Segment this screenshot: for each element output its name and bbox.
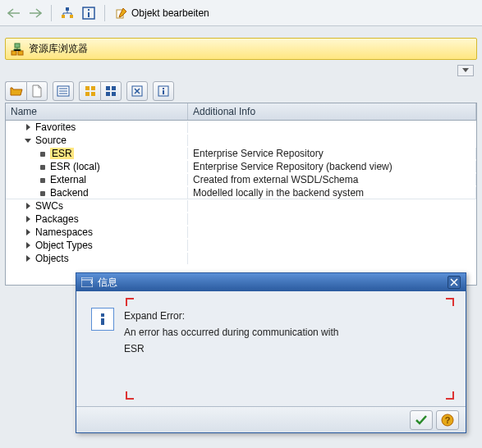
- svg-rect-5: [88, 12, 90, 17]
- tree-node-info: Modelled locally in the backend system: [188, 187, 476, 199]
- corner-marker: [446, 298, 454, 306]
- tree-node-label: Favorites: [35, 121, 76, 133]
- expand-toggle[interactable]: [24, 254, 32, 263]
- expand-toggle[interactable]: [24, 228, 32, 236]
- repository-title-text: 资源库浏览器: [29, 42, 88, 56]
- dropdown-trigger[interactable]: [457, 65, 474, 76]
- info-panel-button[interactable]: [153, 81, 174, 101]
- forward-button[interactable]: [26, 4, 44, 22]
- tree-node-label: External: [50, 174, 86, 185]
- corner-marker: [126, 298, 134, 306]
- tree-row[interactable]: Favorites: [6, 121, 476, 134]
- grid-header: Name Additional Info: [6, 103, 476, 121]
- edit-object-label: Objekt bearbeiten: [131, 7, 209, 19]
- expand-toggle[interactable]: [24, 241, 32, 249]
- svg-rect-18: [106, 86, 110, 90]
- expand-toggle[interactable]: [24, 215, 32, 223]
- bullet-icon: [40, 178, 45, 183]
- tree-node-label: Objects: [35, 253, 69, 264]
- collapse-all-button[interactable]: [100, 81, 122, 101]
- svg-rect-4: [88, 9, 90, 11]
- tree-node-label: Namespaces: [35, 226, 93, 238]
- dialog-close-button[interactable]: [448, 276, 461, 289]
- expand-icon: [85, 85, 96, 97]
- svg-rect-1: [62, 15, 65, 18]
- arrow-left-icon: [7, 8, 21, 18]
- display-button[interactable]: [53, 81, 74, 101]
- tree-row[interactable]: Object Types: [6, 239, 476, 252]
- tree-body[interactable]: FavoritesSourceESREnterprise Service Rep…: [6, 121, 476, 285]
- corner-marker: [126, 391, 134, 400]
- tree-row[interactable]: Objects: [6, 252, 476, 265]
- info-dialog: 信息 Expand Error: An error has occurred d…: [76, 272, 466, 433]
- bullet-icon: [40, 165, 45, 170]
- svg-rect-14: [85, 86, 90, 90]
- dialog-titlebar[interactable]: 信息: [76, 273, 466, 291]
- tree-node-label: Source: [35, 135, 67, 146]
- svg-rect-8: [11, 51, 16, 55]
- svg-rect-17: [91, 92, 95, 96]
- x-box-icon: [131, 85, 143, 97]
- repository-browser-title: 资源库浏览器: [5, 38, 477, 60]
- svg-text:?: ?: [445, 415, 451, 425]
- col-info[interactable]: Additional Info: [188, 103, 476, 120]
- svg-rect-0: [66, 7, 69, 11]
- back-button[interactable]: [5, 4, 23, 22]
- help-icon: ?: [441, 414, 454, 427]
- svg-rect-24: [163, 88, 164, 89]
- tree-row[interactable]: Packages: [6, 213, 476, 226]
- info-icon: [91, 308, 114, 331]
- tree-node-label: SWCs: [35, 200, 63, 212]
- dialog-title-text: 信息: [98, 276, 117, 290]
- tree-row[interactable]: Namespaces: [6, 226, 476, 239]
- col-name[interactable]: Name: [6, 103, 188, 120]
- chevron-down-icon: [462, 68, 469, 73]
- toolbar-separator: [51, 5, 52, 21]
- svg-rect-9: [18, 51, 23, 55]
- tree-node-label: ESR (local): [50, 161, 100, 172]
- new-button[interactable]: [26, 81, 48, 101]
- svg-rect-2: [70, 15, 73, 18]
- bullet-icon: [40, 152, 45, 157]
- hierarchy-icon[interactable]: [58, 4, 76, 22]
- tree-node-label: ESR: [50, 148, 74, 159]
- tree-node-info: Enterprise Service Repository (backend v…: [188, 161, 476, 172]
- dialog-line2: An error has occurred during communicati…: [124, 324, 338, 341]
- bullet-icon: [40, 191, 45, 196]
- help-button[interactable]: ?: [436, 410, 459, 430]
- svg-rect-28: [101, 313, 104, 317]
- dialog-line3: ESR: [124, 341, 338, 357]
- tree-row[interactable]: ESR (local)Enterprise Service Repository…: [6, 160, 476, 173]
- ok-button[interactable]: [410, 410, 433, 430]
- edit-object-button[interactable]: Objekt bearbeiten: [112, 5, 213, 21]
- dialog-body: Expand Error: An error has occurred duri…: [76, 291, 466, 406]
- expand-toggle[interactable]: [24, 202, 32, 210]
- collapse-toggle[interactable]: [24, 136, 32, 144]
- svg-rect-25: [163, 90, 164, 94]
- svg-rect-16: [85, 92, 90, 96]
- svg-rect-19: [112, 86, 116, 90]
- tree-node-info: Created from external WSDL/Schema: [188, 174, 476, 185]
- expand-all-button[interactable]: [79, 81, 100, 101]
- document-icon: [31, 85, 43, 98]
- tree-node-info: Enterprise Service Repository: [188, 148, 476, 159]
- tree-row[interactable]: SWCs: [6, 199, 476, 213]
- tree-node-label: Packages: [35, 213, 79, 225]
- info-icon[interactable]: [80, 4, 98, 22]
- tree-row[interactable]: ExternalCreated from external WSDL/Schem…: [6, 173, 476, 186]
- tree-row[interactable]: Source: [6, 134, 476, 147]
- check-icon: [415, 414, 428, 426]
- svg-rect-20: [106, 92, 110, 96]
- expand-toggle[interactable]: [24, 123, 32, 131]
- svg-rect-7: [15, 43, 20, 48]
- tree-row[interactable]: ESREnterprise Service Repository: [6, 147, 476, 160]
- tree-grid: Name Additional Info FavoritesSourceESRE…: [5, 103, 477, 286]
- open-button[interactable]: [5, 81, 26, 101]
- dialog-message: Expand Error: An error has occurred duri…: [124, 308, 338, 357]
- close-icon: [450, 278, 458, 286]
- tree-row[interactable]: BackendModelled locally in the backend s…: [6, 186, 476, 199]
- close-panel-button[interactable]: [126, 81, 148, 101]
- pencil-icon: [115, 7, 128, 20]
- dialog-footer: ?: [76, 406, 466, 432]
- svg-rect-15: [91, 86, 95, 90]
